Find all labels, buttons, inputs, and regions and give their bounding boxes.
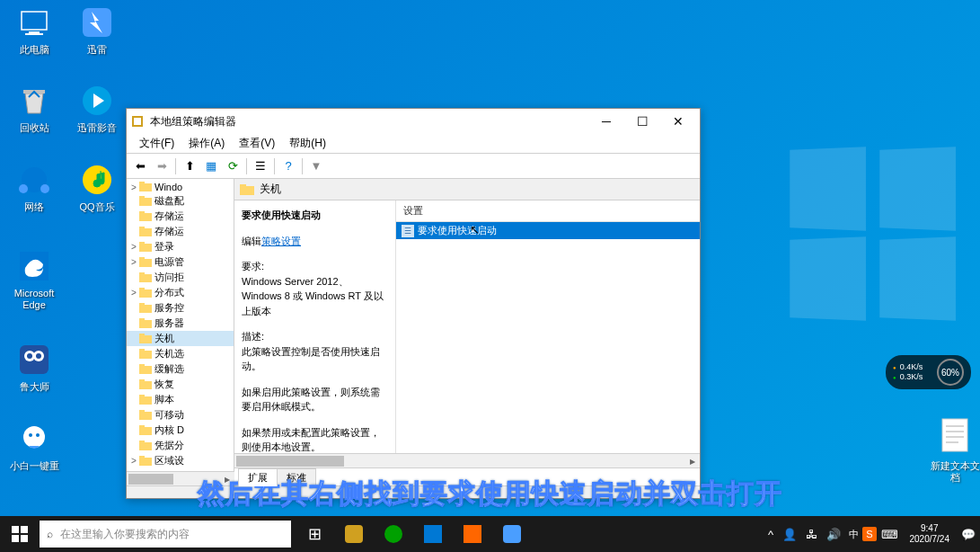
- minimize-button[interactable]: ─: [588, 110, 624, 133]
- tree-item-7[interactable]: >分布式: [127, 285, 234, 300]
- tree-item-14[interactable]: 脚本: [127, 392, 234, 407]
- tree-pane[interactable]: >Windo磁盘配存储运存储运>登录>电源管访问拒>分布式服务控服务器关机关机选…: [127, 179, 234, 485]
- app-icon: [130, 114, 145, 129]
- svg-rect-29: [139, 196, 145, 199]
- horizontal-scrollbar[interactable]: ▶: [234, 453, 700, 467]
- policy-title: 要求使用快速启动: [242, 208, 388, 223]
- tree-item-12[interactable]: 缓解选: [127, 361, 234, 377]
- tree-item-5[interactable]: >电源管: [127, 254, 234, 270]
- up-button[interactable]: ⬆: [180, 156, 199, 176]
- taskbar-app-1[interactable]: [334, 516, 374, 552]
- svg-rect-28: [139, 198, 152, 206]
- desktop-icon-text-file[interactable]: 新建文本文档: [928, 421, 980, 484]
- titlebar[interactable]: 本地组策略编辑器 ─ ☐ ✕: [127, 109, 700, 134]
- svg-point-15: [36, 353, 41, 359]
- tray-people-icon[interactable]: 👤: [778, 528, 801, 541]
- taskbar-app-5[interactable]: [492, 516, 532, 552]
- svg-point-17: [29, 433, 32, 437]
- forward-button[interactable]: ➡: [152, 156, 172, 176]
- svg-rect-0: [22, 12, 47, 30]
- column-header-setting[interactable]: 设置: [396, 200, 700, 222]
- tree-item-1[interactable]: 磁盘配: [127, 193, 234, 209]
- filter-button[interactable]: ▼: [306, 156, 326, 176]
- text-file-icon: [937, 421, 973, 457]
- svg-rect-27: [139, 182, 145, 184]
- upload-speed: 0.4K/s: [893, 362, 937, 372]
- show-tree-button[interactable]: ▦: [201, 156, 221, 176]
- taskbar-app-3[interactable]: [413, 516, 453, 552]
- maximize-button[interactable]: ☐: [624, 110, 660, 133]
- refresh-button[interactable]: ⟳: [223, 156, 243, 176]
- menu-file[interactable]: 文件(F): [132, 134, 181, 153]
- svg-rect-53: [139, 379, 145, 382]
- menu-action[interactable]: 操作(A): [181, 134, 232, 153]
- svg-rect-50: [139, 366, 152, 374]
- desktop-icon-edge[interactable]: Microsoft Edge: [7, 248, 61, 311]
- tree-item-6[interactable]: 访问拒: [127, 270, 234, 285]
- taskbar-app-2[interactable]: [374, 516, 413, 552]
- tree-item-9[interactable]: 服务器: [127, 316, 234, 331]
- tree-item-15[interactable]: 可移动: [127, 407, 234, 423]
- tray-chevron[interactable]: ^: [764, 528, 778, 541]
- tab-extended[interactable]: 扩展: [238, 468, 278, 486]
- tree-item-18[interactable]: >区域设: [127, 453, 234, 468]
- tree-item-17[interactable]: 凭据分: [127, 438, 234, 453]
- desktop-icon-recycle-bin[interactable]: 回收站: [7, 83, 61, 134]
- svg-rect-43: [139, 303, 145, 306]
- ime-indicator[interactable]: 中: [845, 528, 862, 541]
- tray-volume-icon[interactable]: 🔊: [822, 528, 845, 541]
- svg-rect-66: [12, 526, 19, 533]
- window-title: 本地组策略编辑器: [150, 114, 588, 129]
- taskview-button[interactable]: ⊞: [295, 516, 334, 552]
- desktop-icon-qqmusic[interactable]: QQ音乐: [70, 162, 124, 213]
- desktop-icon-xunlei-video[interactable]: 迅雷影音: [70, 83, 124, 134]
- svg-rect-51: [139, 364, 145, 367]
- tray-network-icon[interactable]: 🖧: [801, 528, 822, 541]
- tree-item-2[interactable]: 存储运: [127, 209, 234, 224]
- tree-item-8[interactable]: 服务控: [127, 300, 234, 316]
- desktop-icon-xunlei[interactable]: 迅雷: [70, 4, 124, 56]
- svg-rect-35: [139, 242, 145, 245]
- tree-item-4[interactable]: >登录: [127, 239, 234, 254]
- tree-item-10[interactable]: 关机: [127, 331, 234, 346]
- tree-item-16[interactable]: 内核 D: [127, 423, 234, 438]
- tree-item-11[interactable]: 关机选: [127, 346, 234, 361]
- help-button[interactable]: ?: [278, 156, 298, 176]
- network-meter-overlay[interactable]: 0.4K/s 0.3K/s 60%: [886, 355, 971, 389]
- tray-keyboard-icon[interactable]: ⌨: [877, 528, 903, 541]
- properties-button[interactable]: ☰: [251, 156, 270, 176]
- svg-rect-59: [139, 425, 145, 428]
- desktop-icon-xiaobai[interactable]: 小白一键重: [7, 421, 61, 472]
- search-input[interactable]: ⌕ 在这里输入你要搜索的内容: [40, 521, 291, 548]
- svg-rect-63: [139, 456, 145, 459]
- xunlei-video-icon: [79, 83, 115, 119]
- svg-point-16: [23, 426, 45, 448]
- desktop-icon-ludashi[interactable]: 鲁大师: [7, 342, 61, 393]
- svg-rect-34: [139, 244, 152, 252]
- edit-policy-link[interactable]: 策略设置: [261, 236, 301, 246]
- tree-item-0[interactable]: >Windo: [127, 181, 234, 193]
- svg-rect-31: [139, 211, 145, 214]
- taskbar-app-4[interactable]: [453, 516, 492, 552]
- desktop-icon-network[interactable]: 网络: [7, 162, 61, 213]
- policy-item-fast-startup[interactable]: ☰ 要求使用快速启动: [396, 222, 700, 239]
- start-button[interactable]: [0, 516, 40, 552]
- svg-rect-42: [139, 305, 152, 313]
- svg-rect-57: [139, 410, 145, 413]
- clock[interactable]: 9:47 2020/7/24: [903, 523, 958, 545]
- svg-rect-72: [424, 525, 442, 543]
- back-button[interactable]: ⬅: [130, 156, 150, 176]
- network-icon: [16, 162, 52, 198]
- menu-view[interactable]: 查看(V): [232, 134, 282, 153]
- tree-item-3[interactable]: 存储运: [127, 224, 234, 239]
- xunlei-icon: [79, 4, 115, 40]
- svg-rect-32: [139, 228, 152, 236]
- tree-item-13[interactable]: 恢复: [127, 377, 234, 392]
- sogou-indicator[interactable]: S: [862, 527, 876, 541]
- menu-help[interactable]: 帮助(H): [282, 134, 333, 153]
- notifications-button[interactable]: 💬: [957, 528, 980, 541]
- svg-rect-65: [240, 184, 246, 188]
- desktop-icon-this-pc[interactable]: 此电脑: [7, 4, 61, 56]
- close-button[interactable]: ✕: [660, 110, 696, 133]
- qqmusic-icon: [79, 162, 115, 198]
